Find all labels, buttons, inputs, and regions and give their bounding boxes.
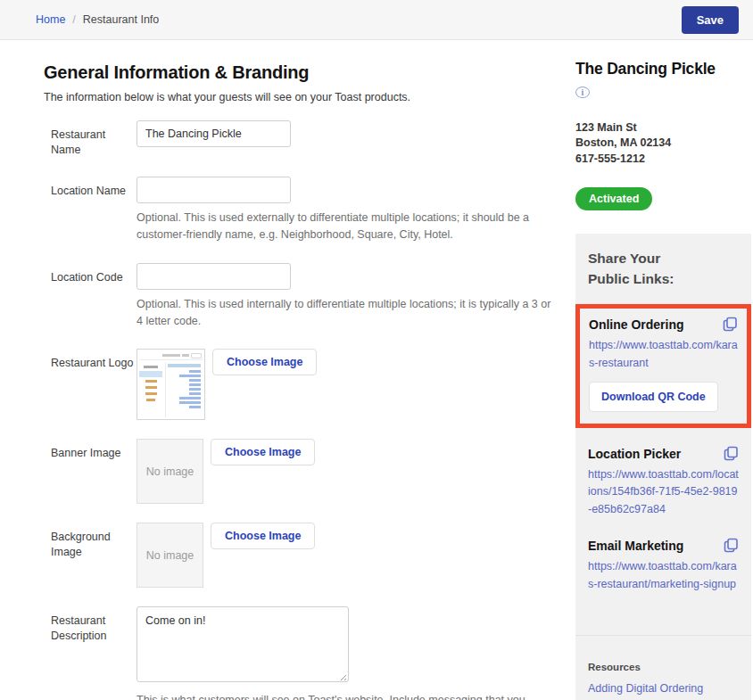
location-code-label: Location Code: [44, 263, 137, 331]
location-code-row: Location Code Optional. This is used int…: [44, 263, 553, 331]
restaurant-address: 123 Main St Boston, MA 02134 617-555-121…: [575, 120, 751, 167]
email-marketing-card: Email Marketing https://www.toasttab.com…: [588, 539, 739, 593]
location-code-help: Optional. This is used internally to dif…: [137, 296, 551, 331]
page-title: General Information & Branding: [44, 62, 553, 83]
background-image-label: Background Image: [44, 523, 137, 588]
restaurant-summary-sidebar: The Dancing Pickle i 123 Main St Boston,…: [575, 40, 751, 700]
sidebar-restaurant-name: The Dancing Pickle: [575, 60, 751, 78]
general-info-form: General Information & Branding The infor…: [44, 40, 575, 700]
location-picker-card: Location Picker https://www.toasttab.com…: [588, 447, 739, 518]
online-ordering-card: Online Ordering https://www.toasttab.com…: [589, 317, 738, 412]
location-name-label: Location Name: [44, 177, 137, 244]
restaurant-logo-row: Restaurant Logo: [44, 349, 553, 420]
location-picker-title: Location Picker: [588, 447, 681, 461]
logo-choose-image-button[interactable]: Choose Image: [212, 349, 317, 375]
public-links-panel: Share Your Public Links: Online Ordering…: [575, 234, 751, 700]
resources-section: Resources Adding Digital Ordering Button…: [588, 662, 739, 700]
banner-image-row: Banner Image No image Choose Image: [44, 439, 553, 504]
online-ordering-url[interactable]: https://www.toasttab.com/karas-restauran…: [589, 337, 738, 372]
address-line2: Boston, MA 02134: [575, 136, 751, 151]
copy-icon[interactable]: [724, 446, 739, 461]
status-badge: Activated: [575, 187, 652, 210]
restaurant-description-label: Restaurant Description: [44, 606, 137, 700]
restaurant-logo-thumbnail: [137, 349, 205, 420]
restaurant-name-row: Restaurant Name: [44, 120, 553, 158]
email-marketing-title: Email Marketing: [588, 539, 683, 553]
breadcrumb-current: Restaurant Info: [83, 13, 159, 26]
top-bar: Home / Restaurant Info Save: [0, 0, 753, 40]
page-subtitle: The information below is what your guest…: [44, 91, 553, 103]
background-image-row: Background Image No image Choose Image: [44, 523, 553, 588]
breadcrumb-home-link[interactable]: Home: [36, 13, 65, 26]
download-qr-code-button[interactable]: Download QR Code: [589, 382, 718, 412]
public-links-heading: Share Your Public Links:: [588, 248, 695, 290]
restaurant-logo-label: Restaurant Logo: [44, 349, 137, 420]
copy-icon[interactable]: [724, 538, 739, 553]
email-marketing-url[interactable]: https://www.toasttab.com/karas-restauran…: [588, 558, 739, 593]
restaurant-description-row: Restaurant Description Come on in! This …: [44, 606, 553, 700]
restaurant-description-help: This is what customers will see on Toast…: [137, 692, 551, 700]
annotation-highlight-box: Online Ordering https://www.toasttab.com…: [575, 304, 751, 428]
copy-icon[interactable]: [723, 317, 738, 332]
restaurant-name-label: Restaurant Name: [44, 120, 137, 158]
background-choose-image-button[interactable]: Choose Image: [211, 523, 315, 549]
address-line1: 123 Main St: [575, 120, 751, 136]
background-image-placeholder: No image: [137, 523, 203, 588]
location-name-input[interactable]: [137, 177, 291, 203]
resources-link[interactable]: Adding Digital Ordering Buttons to your …: [588, 679, 726, 700]
location-name-row: Location Name Optional. This is used ext…: [44, 177, 553, 244]
restaurant-description-textarea[interactable]: Come on in!: [137, 606, 349, 682]
location-code-input[interactable]: [137, 263, 291, 290]
restaurant-name-input[interactable]: [137, 120, 291, 147]
breadcrumb-separator: /: [72, 13, 75, 26]
location-name-help: Optional. This is used externally to dif…: [137, 210, 551, 244]
banner-choose-image-button[interactable]: Choose Image: [211, 439, 315, 465]
resources-heading: Resources: [588, 662, 739, 672]
breadcrumb: Home / Restaurant Info: [36, 13, 159, 26]
info-icon[interactable]: i: [575, 86, 590, 98]
save-button[interactable]: Save: [682, 6, 739, 34]
banner-image-label: Banner Image: [44, 439, 137, 504]
online-ordering-title: Online Ordering: [589, 317, 684, 332]
panel-divider: [575, 635, 751, 636]
location-picker-url[interactable]: https://www.toasttab.com/locations/154fb…: [588, 466, 739, 518]
phone-number: 617-555-1212: [575, 152, 751, 167]
banner-image-placeholder: No image: [137, 439, 203, 504]
